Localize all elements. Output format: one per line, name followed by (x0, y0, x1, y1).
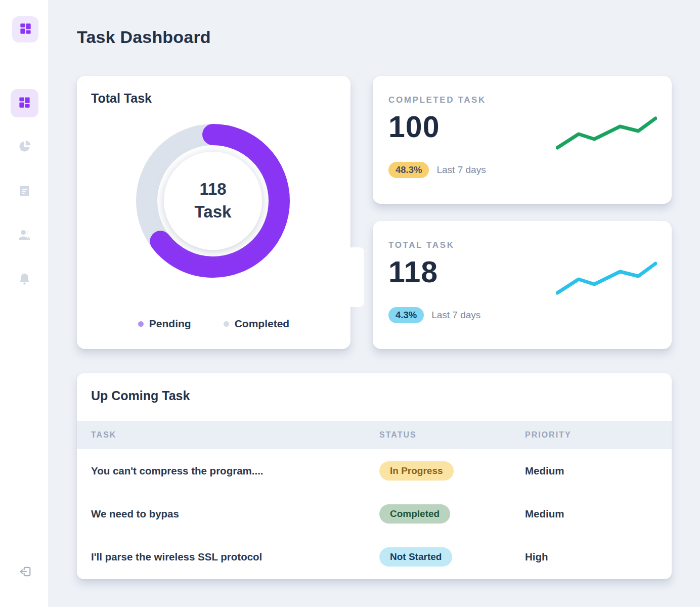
stat-card-value: 100 (388, 112, 440, 142)
sparkline-chart (556, 262, 657, 297)
stat-card-label: TOTAL TASK (388, 240, 455, 250)
status-badge: In Progress (379, 461, 454, 481)
dashboard-grid-icon (18, 96, 31, 111)
tooltip-fragment (350, 247, 364, 307)
sparkline-line (557, 264, 655, 293)
stat-card-value: 118 (388, 257, 438, 287)
sidebar-item-users[interactable] (11, 222, 38, 250)
status-badge: Not Started (379, 547, 452, 567)
task-cell: You can't compress the program.... (91, 465, 379, 477)
legend-label-completed: Completed (235, 318, 290, 330)
table-row[interactable]: I'll parse the wireless SSL protocol Not… (77, 535, 672, 578)
notification-bell-icon (18, 272, 31, 288)
page-title: Task Dashboard (77, 27, 211, 47)
sidebar-item-notes[interactable] (11, 178, 38, 206)
legend-dot-pending (138, 321, 144, 327)
priority-cell: High (525, 551, 672, 563)
column-header-priority: PRIORITY (525, 430, 672, 440)
dashboard-grid-icon (19, 22, 32, 37)
donut-legend: Pending Completed (77, 318, 351, 330)
legend-item-completed: Completed (224, 318, 290, 330)
legend-item-pending: Pending (138, 318, 191, 330)
logout-icon (18, 565, 32, 581)
sidebar-item-notifications[interactable] (11, 266, 38, 294)
logout-button[interactable] (15, 562, 35, 583)
donut-center-value: 118 (199, 178, 226, 201)
donut-card-title: Total Task (91, 91, 152, 106)
sidebar-item-dashboard[interactable] (11, 89, 38, 117)
legend-label-pending: Pending (149, 318, 191, 330)
sidebar-item-analytics[interactable] (11, 133, 38, 161)
sidebar (0, 0, 48, 607)
task-cell: We need to bypas (91, 508, 379, 520)
task-cell: I'll parse the wireless SSL protocol (91, 551, 379, 563)
sparkline-chart (556, 116, 657, 152)
stat-period-label: Last 7 days (431, 310, 480, 321)
upcoming-task-card: Up Coming Task TASK STATUS PRIORITY You … (77, 373, 672, 579)
legend-dot-completed (224, 321, 229, 327)
app-logo[interactable] (12, 16, 38, 42)
donut-chart: 118 Task (136, 123, 290, 278)
table-body: You can't compress the program.... In Pr… (77, 449, 672, 578)
total-task-stat-card: TOTAL TASK 118 4.3% Last 7 days (373, 221, 672, 349)
table-row[interactable]: You can't compress the program.... In Pr… (77, 449, 672, 492)
sparkline-line (557, 118, 655, 148)
percent-badge: 48.3% (388, 162, 429, 178)
stat-card-label: COMPLETED TASK (388, 95, 486, 105)
table-header-row: TASK STATUS PRIORITY (77, 421, 672, 449)
users-icon (18, 228, 31, 244)
notes-document-icon (18, 184, 31, 200)
donut-center-label: Task (195, 201, 232, 224)
pie-chart-icon (18, 140, 31, 155)
priority-cell: Medium (525, 508, 672, 520)
table-title: Up Coming Task (91, 388, 190, 403)
table-row[interactable]: We need to bypas Completed Medium (77, 492, 672, 535)
column-header-status: STATUS (379, 430, 525, 440)
priority-cell: Medium (525, 465, 672, 477)
status-badge: Completed (379, 504, 450, 524)
column-header-task: TASK (91, 430, 379, 440)
completed-task-stat-card: COMPLETED TASK 100 48.3% Last 7 days (373, 76, 672, 204)
percent-badge: 4.3% (388, 307, 424, 323)
stat-period-label: Last 7 days (436, 164, 486, 176)
donut-center-text: 118 Task (136, 123, 290, 278)
total-task-donut-card: Total Task 118 Task Pending Completed (77, 76, 351, 349)
